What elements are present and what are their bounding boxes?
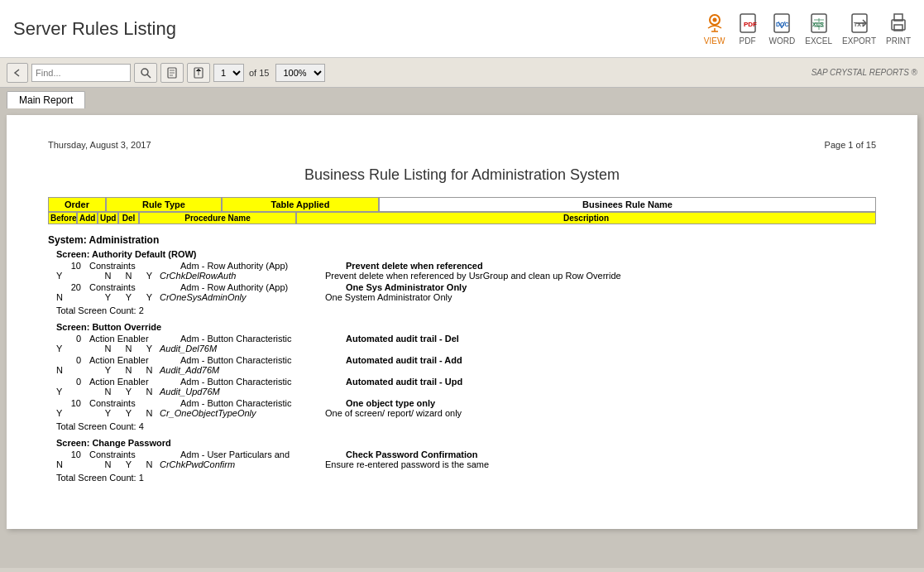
page-nav: 1 of 15	[213, 64, 272, 82]
rule-name: Automated audit trail - Upd	[346, 377, 876, 387]
rule-order: 20	[48, 282, 89, 292]
page-refresh-button[interactable]	[187, 63, 210, 83]
rule-order: 10	[48, 398, 89, 408]
rule-entry: 10 Constraints Adm - Row Authority (App)…	[48, 261, 876, 281]
rule-table: Adm - Button Characteristic	[180, 398, 346, 408]
zoom-select[interactable]: 100% 75% 50% 125% 150%	[275, 64, 325, 82]
flag-del: Y	[139, 271, 160, 281]
report-page-info: Page 1 of 15	[825, 140, 876, 150]
svg-point-13	[141, 69, 148, 75]
nav-back-button[interactable]	[7, 63, 28, 83]
print-button[interactable]: PRINT	[886, 12, 911, 46]
page-of-label: of 15	[249, 68, 269, 78]
rule-name: Prevent delete when referenced	[346, 261, 876, 271]
rule-order: 0	[48, 355, 89, 365]
flag-del: N	[139, 408, 160, 418]
rule-type: Action Enabler	[89, 377, 180, 387]
screen-header-0: Screen: Authority Default (ROW)	[56, 249, 876, 259]
pdf-button[interactable]: PDF PDF	[736, 12, 759, 46]
report-date: Thursday, August 3, 2017	[48, 140, 151, 150]
find-input[interactable]	[31, 64, 131, 82]
find-button[interactable]	[134, 63, 157, 83]
system-header: System: Administration	[48, 234, 876, 246]
rule-line2: N Y Y Y CrOneSysAdminOnly One System Adm…	[56, 292, 876, 302]
flag-add: N	[98, 344, 118, 353]
rule-name: Automated audit trail - Add	[346, 355, 876, 365]
rule-line2: N Y N N Audit_Add76M	[56, 365, 876, 375]
flag-before: Y	[56, 344, 98, 353]
col-order-header: Order	[48, 197, 106, 212]
flag-add: Y	[98, 365, 118, 375]
flag-upd: Y	[118, 408, 139, 418]
rule-table: Adm - Row Authority (App)	[180, 282, 346, 292]
svg-point-1	[712, 18, 716, 22]
flag-before: Y	[56, 408, 98, 418]
rule-line1: 0 Action Enabler Adm - Button Characteri…	[48, 377, 876, 387]
flag-add: N	[98, 387, 118, 397]
flag-del: N	[139, 459, 160, 469]
rule-table: Adm - Button Characteristic	[180, 377, 346, 387]
report-date-line: Thursday, August 3, 2017 Page 1 of 15	[48, 140, 876, 150]
svg-text:PDF: PDF	[744, 21, 757, 28]
flag-before: Y	[56, 387, 98, 397]
col-before-header: Before	[48, 212, 77, 224]
col-del-header: Del	[118, 212, 139, 224]
rule-line1: 20 Constraints Adm - Row Authority (App)…	[48, 282, 876, 292]
rule-line2: N N Y N CrChkPwdConfirm Ensure re-entere…	[56, 459, 876, 469]
flag-add: N	[98, 459, 118, 469]
pdf-icon: PDF	[736, 12, 759, 35]
rule-proc: Audit_Add76M	[160, 365, 325, 375]
rule-proc: Audit_Del76M	[160, 344, 325, 353]
flag-upd: Y	[118, 459, 139, 469]
print-icon	[887, 12, 910, 35]
rule-line2: Y N N Y Audit_Del76M	[56, 344, 876, 353]
rule-entry: 0 Action Enabler Adm - Button Characteri…	[48, 355, 876, 375]
flag-upd: N	[118, 365, 139, 375]
rule-order: 0	[48, 377, 89, 387]
rule-name: Check Password Confirmation	[346, 449, 876, 459]
tab-bar: Main Report	[0, 88, 924, 108]
rule-type: Constraints	[89, 449, 180, 459]
flag-upd: N	[118, 271, 139, 281]
flag-add: Y	[98, 292, 118, 302]
rule-name: One Sys Administrator Only	[346, 282, 876, 292]
rule-order: 10	[48, 261, 89, 271]
page-select[interactable]: 1	[213, 64, 244, 82]
toolbar-icons: VIEW PDF PDF DOC WORD XLS EXCEL	[703, 12, 911, 46]
total-count-2: Total Screen Count: 1	[56, 473, 876, 483]
word-icon: DOC	[770, 12, 793, 35]
tab-main-report[interactable]: Main Report	[7, 91, 85, 108]
flag-before: N	[56, 365, 98, 375]
col-proc-header: Procedure Name	[139, 212, 296, 224]
report-page: Thursday, August 3, 2017 Page 1 of 15 Bu…	[7, 115, 917, 529]
rule-type: Action Enabler	[89, 334, 180, 344]
rule-line1: 10 Constraints Adm - Row Authority (App)…	[48, 261, 876, 271]
col-desc-header: Description	[296, 212, 876, 224]
col-ruletype-header: Rule Type	[106, 197, 222, 212]
rule-line1: 0 Action Enabler Adm - Button Characteri…	[48, 355, 876, 365]
report-title: Business Rule Listing for Administration…	[48, 166, 876, 184]
col-busname-header: Businees Rule Name	[379, 197, 876, 212]
rule-entry: 10 Constraints Adm - User Particulars an…	[48, 449, 876, 469]
crystal-label: SAP CRYSTAL REPORTS ®	[811, 68, 917, 77]
screen-header-2: Screen: Change Password	[56, 438, 876, 448]
rule-proc: Cr_OneObjectTypeOnly	[160, 408, 325, 418]
rule-type: Constraints	[89, 261, 180, 271]
word-button[interactable]: DOC WORD	[769, 12, 796, 46]
rule-order: 0	[48, 334, 89, 344]
app-header: Server Rules Listing VIEW PDF PDF DOC	[0, 0, 924, 58]
rule-line1: 10 Constraints Adm - Button Characterist…	[48, 398, 876, 408]
flag-add: N	[98, 271, 118, 281]
flag-del: N	[139, 365, 160, 375]
view-button[interactable]: VIEW	[703, 12, 726, 46]
flag-upd: Y	[118, 292, 139, 302]
export-button[interactable]: TXT EXPORT	[842, 12, 876, 46]
rule-proc: CrChkDelRowAuth	[160, 271, 325, 281]
rule-line1: 0 Action Enabler Adm - Button Characteri…	[48, 334, 876, 344]
rule-type: Constraints	[89, 398, 180, 408]
new-page-button[interactable]	[160, 63, 184, 83]
flag-del: Y	[139, 292, 160, 302]
total-count-1: Total Screen Count: 4	[56, 421, 876, 431]
excel-button[interactable]: XLS EXCEL	[805, 12, 832, 46]
flag-del: Y	[139, 344, 160, 353]
